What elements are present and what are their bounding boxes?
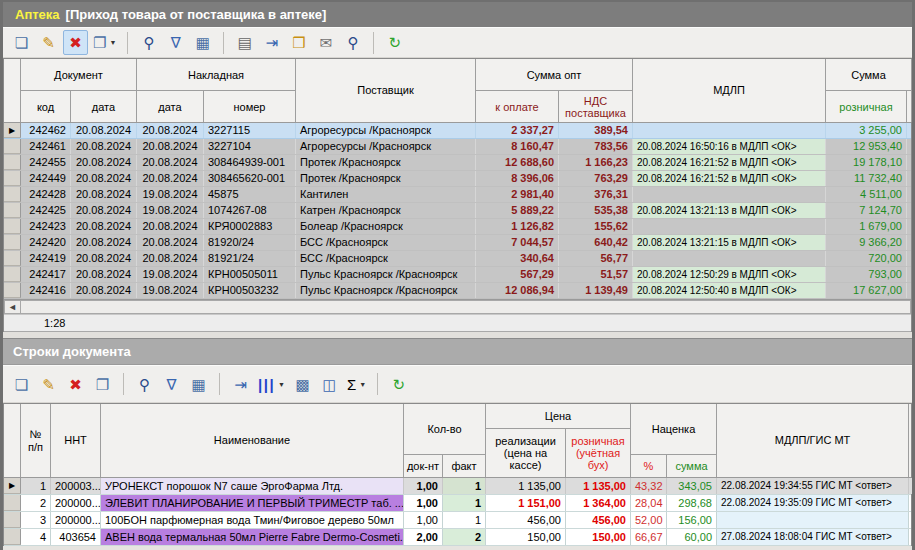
scrollbar-thumb[interactable] [21, 300, 911, 314]
barcode-icon-button[interactable]: |||▼ [255, 372, 288, 397]
col-to-pay[interactable]: к оплате [476, 91, 559, 122]
copy-line-icon-button[interactable]: ❐ [90, 372, 115, 397]
dropdown-caret-icon[interactable]: ▼ [109, 39, 116, 46]
new-line-icon-button[interactable]: ❏ [9, 372, 34, 397]
line-row[interactable]: 2200000...ЭЛЕВИТ ПЛАНИРОВАНИЕ И ПЕРВЫЙ Т… [4, 495, 911, 512]
col-invoice-date[interactable]: дата [137, 91, 204, 122]
cell-qty_doc: 1,00 [404, 495, 443, 511]
edit-line-icon-button[interactable]: ✎ [36, 372, 61, 397]
col-markup-sum[interactable]: сумма [667, 455, 717, 477]
refresh-lines-icon-button[interactable]: ↻ [386, 372, 411, 397]
find-icon-button[interactable]: ⚲ [136, 30, 161, 55]
app-window: Аптека [Приход товара от поставщика в ап… [0, 0, 915, 550]
preview-icon-button[interactable]: ❒ [286, 30, 311, 55]
col-group-wholesale-sum[interactable]: Сумма опт [476, 59, 633, 91]
col-group-price[interactable]: Цена [486, 404, 631, 429]
find-supplier-icon: ⚲ [347, 35, 358, 50]
row-selector[interactable] [4, 155, 21, 170]
col-code[interactable]: код [21, 91, 71, 122]
print-icon-button[interactable]: ▤ [232, 30, 257, 55]
row-selector[interactable] [4, 495, 21, 511]
row-selector[interactable] [4, 187, 21, 202]
scroll-left-icon[interactable]: ◄ [4, 300, 21, 314]
row-selector[interactable] [4, 139, 21, 154]
row-selector[interactable] [4, 283, 21, 298]
row-selector[interactable]: ▶ [4, 478, 21, 494]
dropdown-caret-icon[interactable]: ▼ [278, 381, 285, 388]
col-price-retail[interactable]: розничная (учётная бух) [566, 429, 631, 477]
new-line-icon: ❏ [15, 377, 28, 392]
cell-inv_number: 1074267-08 [204, 203, 296, 218]
new-document-icon-button[interactable]: ❏ [9, 30, 34, 55]
doc-row[interactable]: 24242320.08.202420.08.2024КРЯ0002883Боле… [4, 219, 911, 235]
col-doc-date[interactable]: дата [71, 91, 137, 122]
grid-icon-button[interactable]: ▩ [290, 372, 315, 397]
doc-row[interactable]: 24245520.08.202420.08.2024308464939-001П… [4, 155, 911, 171]
copy-icon-button[interactable]: ❐▼ [90, 30, 119, 55]
col-supplier[interactable]: Поставщик [296, 59, 476, 122]
row-selector[interactable] [4, 235, 21, 250]
col-price-sale[interactable]: реализации (цена на кассе) [486, 429, 566, 477]
row-selector[interactable] [4, 251, 21, 266]
find-icon-button[interactable]: ⚲ [132, 372, 157, 397]
row-selector[interactable] [4, 171, 21, 186]
col-group-markup[interactable]: Наценка [631, 404, 717, 455]
row-selector[interactable] [4, 529, 21, 545]
doc-row[interactable]: 24246120.08.202420.08.20243227104Агрорес… [4, 139, 911, 155]
col-group-invoice[interactable]: Накладная [137, 59, 296, 91]
row-selector[interactable] [4, 219, 21, 234]
cell-mdlp: 20.08.2024 12:50:29 в МДЛП <ОК> [633, 267, 826, 282]
dropdown-caret-icon[interactable]: ▼ [359, 381, 366, 388]
doc-table-hscrollbar[interactable]: ◄ [4, 299, 911, 314]
row-selector[interactable] [4, 512, 21, 528]
col-group-document[interactable]: Документ [21, 59, 137, 91]
line-row[interactable]: 4403654АВЕН вода термальная 50мл Pierre … [4, 529, 911, 546]
filter-icon-button[interactable]: ∇ [163, 30, 188, 55]
row-selector[interactable] [4, 203, 21, 218]
col-group-sum[interactable]: Сумма [826, 59, 912, 91]
line-row[interactable]: 3200000...100БОН парфюмерная вода Тмин/Ф… [4, 512, 911, 529]
col-name[interactable]: Наименование [101, 404, 404, 477]
col-mdlp-gis[interactable]: МДЛП/ГИС МТ [717, 404, 909, 477]
edit-record-icon-button[interactable]: ✎ [36, 30, 61, 55]
table-view-icon-button[interactable]: ▦ [190, 30, 215, 55]
col-mdlp[interactable]: МДЛП [633, 59, 826, 122]
col-nnt[interactable]: ННТ [51, 404, 101, 477]
find-supplier-icon-button[interactable]: ⚲ [340, 30, 365, 55]
cell-retail: 12 953,40 [826, 139, 907, 154]
doc-row[interactable]: 24242020.08.202420.08.202481920/24БСС /К… [4, 235, 911, 251]
doc-row[interactable]: 24242520.08.202419.08.20241074267-08Катр… [4, 203, 911, 219]
col-qty-fact[interactable]: факт [443, 455, 486, 477]
filter-icon-button[interactable]: ∇ [159, 372, 184, 397]
col-markup-pct[interactable]: % [631, 455, 667, 477]
line-row[interactable]: ▶1200003...УРОНЕКСТ порошок N7 саше Эрго… [4, 478, 911, 495]
doc-row[interactable]: ▶24246220.08.202420.08.20243227115Агроре… [4, 123, 911, 139]
delete-line-icon-button[interactable]: ✖ [63, 372, 88, 397]
row-selector[interactable]: ▶ [4, 123, 21, 138]
col-invoice-number[interactable]: номер [204, 91, 296, 122]
cell-mdlp [633, 187, 826, 202]
doc-row[interactable]: 24242820.08.202419.08.202445875Кантилен2… [4, 187, 911, 203]
delete-record-icon-button[interactable]: ✖ [63, 30, 88, 55]
doc-row[interactable]: 24244920.08.202420.08.2024308465620-001П… [4, 171, 911, 187]
cell-spacer [909, 495, 915, 511]
app-name: Аптека [15, 7, 60, 22]
col-supplier-vat[interactable]: НДС поставщика [559, 91, 633, 122]
col-group-quantity[interactable]: Кол-во [404, 404, 486, 455]
doc-row[interactable]: 24241720.08.202419.08.2024КРН00505011Пул… [4, 267, 911, 283]
col-retail-sum[interactable]: розничная [826, 91, 907, 122]
col-qty-doc[interactable]: док-нт [404, 455, 443, 477]
doc-row[interactable]: 24241920.08.202420.08.202481921/24БСС /К… [4, 251, 911, 267]
cell-vat: 535,38 [559, 203, 633, 218]
cell-price_sale: 456,00 [486, 512, 566, 528]
doc-row[interactable]: 24241620.08.202419.08.2024КРН00503232Пул… [4, 283, 911, 299]
goto-line-icon-button[interactable]: ⇥ [228, 372, 253, 397]
chart-icon-button[interactable]: ◫ [317, 372, 342, 397]
row-selector[interactable] [4, 267, 21, 282]
email-icon-button[interactable]: ✉ [313, 30, 338, 55]
table-view-icon-button[interactable]: ▦ [186, 372, 211, 397]
export-row-icon-button[interactable]: ⇥ [259, 30, 284, 55]
col-line-number[interactable]: № п/п [21, 404, 51, 477]
refresh-icon-button[interactable]: ↻ [382, 30, 407, 55]
sum-sigma-icon-button[interactable]: Σ▼ [344, 372, 369, 397]
